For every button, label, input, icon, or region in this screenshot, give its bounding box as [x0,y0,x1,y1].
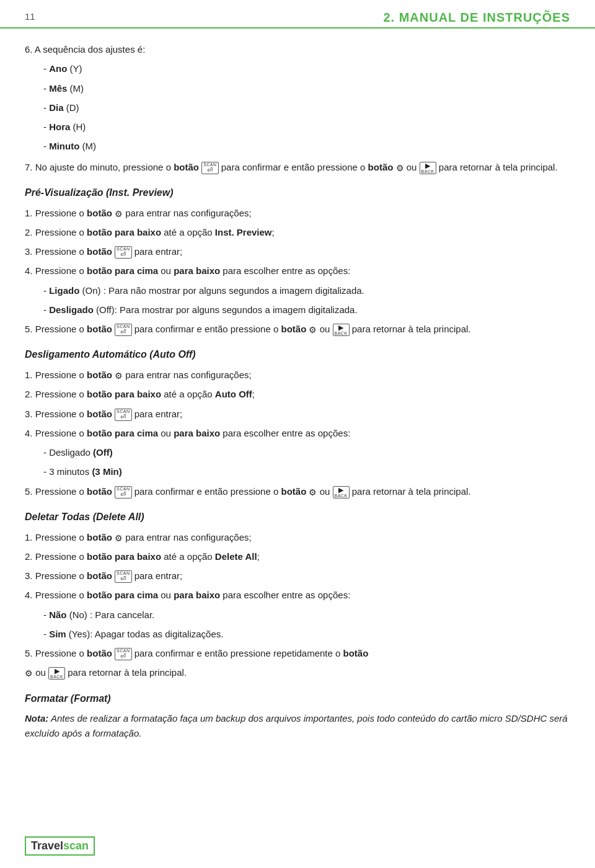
page-header: 11 2. MANUAL DE INSTRUÇÕES [0,0,595,29]
section3-step2: 2. Pressione o botão para baixo até a op… [25,549,570,564]
gear-icon-s1-5: ⚙ [309,326,317,334]
intro-step7: 7. No ajuste do minuto, pressione o botã… [25,160,570,174]
intro-item-minuto: - Minuto (M) [43,139,570,153]
section1-step3: 3. Pressione o botão SCAN ⏎ para entrar; [25,244,570,259]
section1-step2: 2. Pressione o botão para baixo até a op… [25,225,570,239]
scan-icon-s2-3: SCAN ⏎ [115,409,131,421]
section3-option-sim: - Sim (Yes): Apagar todas as digitalizaç… [43,627,570,641]
section1-option-desligado: - Desligado (Off): Para mostrar por algu… [43,303,570,317]
gear-icon: ⚙ [396,164,404,172]
section3-step5: 5. Pressione o botão SCAN ⏎ para confirm… [25,646,570,660]
scan-icon: SCAN ⏎ [201,162,218,174]
gear-icon-s2-1: ⚙ [115,371,123,380]
travelscan-logo: Travelscan [25,836,95,856]
page-footer: Travelscan [25,836,570,856]
section2-heading: Desligamento Automático (Auto Off) [25,347,570,363]
section2-step1: 1. Pressione o botão ⚙ para entrar nas c… [25,368,570,382]
intro-item-mes: - Mês (M) [43,81,570,95]
section1-step5: 5. Pressione o botão SCAN ⏎ para confirm… [25,322,570,336]
page-number: 11 [25,12,35,24]
scan-icon-s3-5: SCAN ⏎ [115,648,131,660]
nota-label: Nota: [25,713,48,724]
scan-icon-s2-5: SCAN ⏎ [115,486,131,498]
gear-icon-s1-1: ⚙ [115,210,123,218]
section2-options: - Desligado (Off) - 3 minutos (3 Min) [25,445,570,479]
section1-options: - Ligado (On) : Para não mostrar por alg… [25,283,570,317]
section2-step3: 3. Pressione o botão SCAN ⏎ para entrar; [25,407,570,421]
scan-icon-s1-5: SCAN ⏎ [115,324,131,336]
back-icon-s1-5: ▶ BACK [333,324,350,336]
section3-step5-cont: ⚙ ou ▶ BACK para retornar à tela princip… [25,665,570,680]
section1-option-ligado: - Ligado (On) : Para não mostrar por alg… [43,283,570,298]
intro-items-list: - Ano (Y) - Mês (M) - Dia (D) - Hora (H)… [25,61,570,153]
logo-travel: Travel [31,839,63,852]
section3-step4: 4. Pressione o botão para cima ou para b… [25,588,570,602]
section2-option-off: - Desligado (Off) [43,445,570,459]
back-icon: ▶ BACK [420,162,436,174]
gear-icon-s3-1: ⚙ [115,534,123,542]
section3-options: - Não (No) : Para cancelar. - Sim (Yes):… [25,608,570,642]
scan-icon-s3-3: SCAN ⏎ [115,570,131,583]
section3-step3: 3. Pressione o botão SCAN ⏎ para entrar; [25,569,570,583]
page-title: 2. MANUAL DE INSTRUÇÕES [383,11,570,24]
back-icon-s3-5: ▶ BACK [48,667,65,680]
back-icon-s2-5: ▶ BACK [333,486,350,498]
intro-item-hora: - Hora (H) [43,120,570,134]
gear-icon-s3-5: ⚙ [25,669,33,678]
section3-heading: Deletar Todas (Delete All) [25,510,570,525]
section4-heading: Formatar (Format) [25,691,570,707]
section1-heading: Pré-Visualização (Inst. Preview) [25,185,570,201]
section2-step2: 2. Pressione o botão para baixo até a op… [25,387,570,401]
logo-scan: scan [63,839,89,852]
intro-item-ano: - Ano (Y) [43,61,570,76]
page-container: 11 2. MANUAL DE INSTRUÇÕES 6. A sequênci… [0,0,595,868]
section4-note: Nota: Antes de realizar a formatação faç… [25,711,570,740]
section3-option-nao: - Não (No) : Para cancelar. [43,608,570,622]
section2-step5: 5. Pressione o botão SCAN ⏎ para confirm… [25,484,570,498]
nota-text: Antes de realizar a formatação faça um b… [25,713,568,738]
intro-sequence-label: 6. A sequência dos ajustes é: [25,42,570,56]
logo-text: Travelscan [31,839,89,852]
scan-icon-s1-3: SCAN ⏎ [115,246,131,259]
section2-step4: 4. Pressione o botão para cima ou para b… [25,426,570,440]
section1-step4: 4. Pressione o botão para cima ou para b… [25,264,570,278]
intro-item-dia: - Dia (D) [43,100,570,115]
page-content: 6. A sequência dos ajustes é: - Ano (Y) … [0,29,595,795]
section1-step1: 1. Pressione o botão ⚙ para entrar nas c… [25,206,570,220]
section3-step1: 1. Pressione o botão ⚙ para entrar nas c… [25,530,570,544]
gear-icon-s2-5: ⚙ [309,488,317,497]
section2-option-3min: - 3 minutos (3 Min) [43,464,570,479]
